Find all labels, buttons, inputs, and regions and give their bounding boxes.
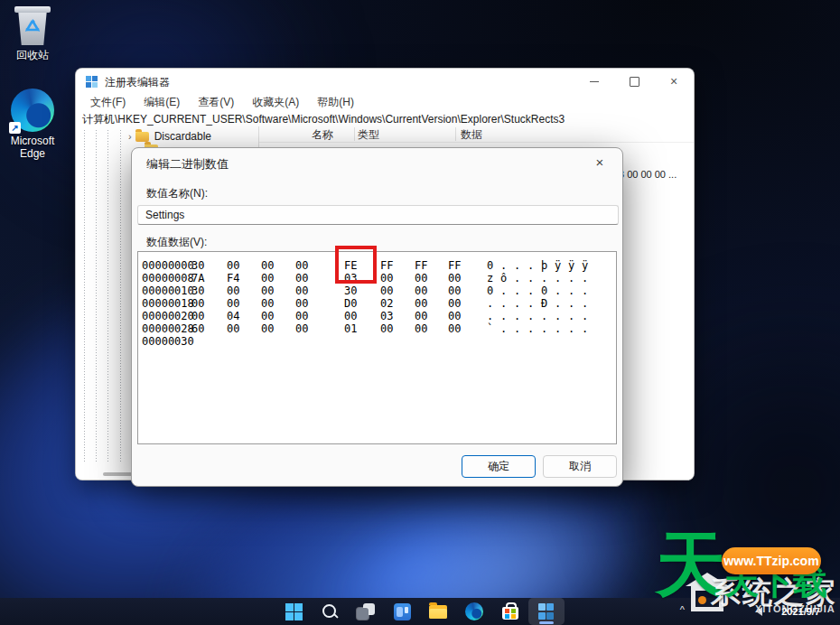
column-separator[interactable] [455, 127, 456, 141]
menu-favorites[interactable]: 收藏夹(A) [243, 94, 308, 110]
desktop-icon-recycle-bin[interactable]: 回收站 [0, 6, 65, 61]
hex-ascii-char: ÿ [568, 259, 582, 272]
hex-editor[interactable]: 0000000030000000FEFFFFFF0...þÿÿÿ00000008… [137, 251, 617, 444]
taskbar-store-button[interactable] [492, 598, 528, 625]
hex-byte: 00 [295, 285, 308, 297]
ok-button[interactable]: 确定 [462, 455, 536, 478]
hex-ascii-char: . [500, 259, 514, 272]
hex-ascii-char: . [582, 310, 595, 322]
watermark-pinyin: XITONGZHIJIA [755, 603, 835, 614]
hex-ascii-char: . [500, 322, 514, 335]
hex-ascii-char: . [514, 272, 527, 285]
hex-ascii-char: . [541, 322, 555, 335]
taskbar-search-button[interactable] [312, 598, 348, 625]
close-button[interactable]: × [654, 69, 694, 94]
value-data-label: 数值数据(V): [146, 235, 207, 250]
hex-offset: 00000018 [142, 297, 194, 310]
column-header-row: 名称 类型 数据 [259, 126, 694, 143]
menu-help[interactable]: 帮助(H) [308, 94, 363, 110]
hex-ascii-char: . [568, 297, 582, 310]
hex-byte: 01 [344, 322, 357, 335]
hex-byte: 00 [380, 272, 393, 285]
taskbar-widgets-button[interactable] [384, 598, 420, 625]
hex-ascii-char: . [555, 285, 568, 297]
watermark-url-pill: www.TTzip.com [722, 547, 821, 574]
tree-guide-line [107, 130, 108, 463]
regedit-titlebar[interactable]: 注册表编辑器 × [76, 69, 694, 94]
taskbar-registry-editor-button[interactable] [528, 598, 565, 625]
partial-value-data: 3 00 00 00 ... [619, 169, 677, 180]
hex-offset: 00000010 [142, 285, 194, 297]
hex-row: 0000001800000000D0020000....Ð... [138, 297, 616, 310]
tree-guide-line [96, 130, 97, 463]
hex-ascii-char: ô [500, 272, 514, 285]
menu-edit[interactable]: 编辑(E) [135, 94, 189, 110]
hex-ascii-char: . [514, 322, 527, 335]
hex-ascii-char: . [582, 272, 595, 285]
start-icon [285, 603, 303, 620]
hex-offset: 00000030 [142, 335, 194, 348]
address-bar[interactable]: 计算机\HKEY_CURRENT_USER\Software\Microsoft… [76, 110, 694, 127]
hex-byte: 30 [191, 285, 204, 297]
file-explorer-icon [429, 605, 447, 619]
tree-guide-line [120, 130, 121, 463]
widgets-icon [394, 603, 411, 620]
chevron-right-icon[interactable]: › [128, 131, 132, 142]
hex-ascii-char: . [527, 272, 541, 285]
hex-ascii-char: . [568, 310, 582, 322]
hex-byte: 00 [448, 297, 461, 310]
menu-file[interactable]: 文件(F) [81, 94, 135, 110]
menu-view[interactable]: 查看(V) [189, 94, 243, 110]
hex-byte: 00 [448, 272, 461, 285]
hex-byte: 00 [227, 322, 239, 335]
hex-byte: 00 [191, 310, 204, 322]
hex-row: 000000286000000001000000`....... [138, 322, 616, 335]
task-view-icon [357, 602, 375, 620]
minimize-icon [590, 81, 599, 82]
address-text: 计算机\HKEY_CURRENT_USER\Software\Microsoft… [82, 112, 565, 127]
value-name-input[interactable] [137, 205, 619, 225]
hex-byte: 00 [448, 310, 461, 322]
hex-ascii-char: . [487, 297, 500, 310]
hex-ascii-char: . [487, 310, 500, 322]
hex-byte: 00 [261, 322, 274, 335]
maximize-button[interactable] [614, 69, 654, 94]
tree-item-discardable[interactable]: › Discardable [128, 129, 211, 144]
column-header-name[interactable]: 名称 [312, 127, 333, 143]
taskbar-edge-button[interactable] [456, 598, 492, 625]
hex-byte: 00 [295, 310, 308, 322]
edge-label: Microsoft Edge [0, 135, 65, 160]
hex-byte: 00 [191, 297, 204, 310]
hex-byte: 00 [415, 297, 427, 310]
hex-row: 0000000030000000FEFFFFFF0...þÿÿÿ [138, 259, 616, 272]
taskbar-task-view-button[interactable] [348, 598, 384, 625]
hex-byte: 00 [344, 310, 357, 322]
hex-row: 000000200004000000030000........ [138, 310, 616, 322]
column-header-type[interactable]: 类型 [358, 127, 379, 143]
hex-ascii-char: . [527, 297, 541, 310]
hex-byte: 00 [261, 310, 274, 322]
hex-ascii-char: . [500, 297, 514, 310]
hex-byte: 00 [261, 297, 274, 310]
hex-byte: 00 [415, 285, 427, 297]
hex-ascii-char: . [568, 322, 582, 335]
hex-offset: 00000028 [142, 322, 194, 335]
hex-byte: 00 [295, 272, 308, 285]
taskbar-icon-row [275, 598, 565, 625]
hex-ascii-char: . [555, 272, 568, 285]
hex-byte: 30 [344, 285, 357, 297]
column-separator[interactable] [354, 127, 355, 141]
desktop-icon-microsoft-edge[interactable]: ↗ Microsoft Edge [0, 89, 65, 160]
cancel-button[interactable]: 取消 [543, 455, 617, 478]
regedit-app-icon [86, 76, 98, 88]
dialog-close-button[interactable]: × [588, 152, 611, 173]
hex-offset: 00000020 [142, 310, 194, 322]
minimize-button[interactable] [574, 69, 614, 94]
hex-ascii-char: 0 [487, 285, 500, 297]
hex-ascii-char: . [500, 310, 514, 322]
hex-byte: 00 [261, 259, 274, 272]
hex-ascii-char: . [514, 297, 527, 310]
taskbar-start-button[interactable] [275, 598, 312, 625]
column-header-data[interactable]: 数据 [461, 127, 482, 143]
taskbar-file-explorer-button[interactable] [420, 598, 456, 625]
